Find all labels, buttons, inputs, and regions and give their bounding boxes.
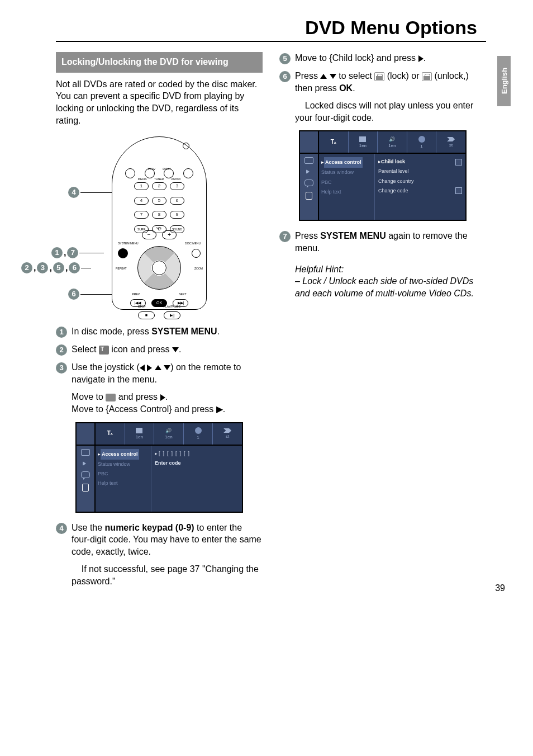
speaker-icon (83, 461, 88, 466)
step-6: 6 Press to select (lock) or (unlock,) th… (279, 70, 486, 94)
osd-detail-item: Change country (378, 177, 462, 186)
play-button: ▶|| (164, 311, 180, 319)
screen-icon (81, 449, 90, 456)
features-icon (81, 471, 90, 478)
vol-down: − (142, 230, 156, 239)
callout-6: 6 (68, 289, 79, 300)
key-4: 4 (134, 197, 149, 205)
osd-detail-item: Child lock (381, 159, 405, 164)
up-arrow-icon (320, 74, 327, 79)
step-3a: Move to and press . Move to {Access Cont… (72, 391, 263, 415)
helpful-hint: Helpful Hint: – Lock / Unlock each side … (295, 263, 486, 300)
tv-icon (359, 136, 366, 142)
key-5: 5 (152, 197, 166, 205)
code-entry-display: ▸[ ][ ][ ][ ] (155, 449, 239, 459)
key-3: 3 (170, 182, 184, 190)
key-1: 1 (134, 182, 149, 190)
callout-4: 4 (68, 187, 79, 198)
lock-open-icon (422, 72, 432, 81)
down-arrow-icon (330, 74, 336, 79)
osd-menu-item: PBC (321, 178, 372, 187)
section-header: Locking/Unlocking the DVD for viewing (56, 52, 263, 73)
features-icon (304, 179, 313, 186)
vol-up: + (162, 230, 177, 239)
lock-closed-icon (455, 159, 462, 166)
step-7: 7 Press SYSTEM MENU again to remove the … (279, 230, 486, 254)
stop-label: STOP (138, 305, 146, 308)
disc-icon (418, 136, 425, 143)
page-number: 39 (495, 583, 505, 593)
callout-3: 3 (37, 262, 48, 273)
osd-menu-item: Status window (321, 168, 372, 177)
speaker-icon (306, 169, 312, 174)
key-7: 7 (134, 211, 149, 219)
osd-detail-item: Change code (378, 186, 408, 196)
screen-icon (304, 157, 313, 164)
osd-detail-item: Parental level (378, 167, 462, 176)
step-2: 2 Select icon and press . (56, 343, 263, 356)
right-arrow-icon (418, 55, 423, 62)
key-9: 9 (170, 211, 184, 219)
remote-body: TV/AV DISC /MEDIA TUNER AUX/DI 123 456 (112, 136, 207, 310)
up-arrow-icon (155, 365, 161, 370)
intro-text: Not all DVDs are rated or coded by the d… (56, 78, 263, 126)
right-arrow-icon (147, 365, 152, 371)
down-arrow-icon (172, 347, 179, 352)
stop-button: ■ (138, 311, 155, 319)
osd-screenshot-2: T▵ 1en 🔊1en 1 st ▸Access (299, 130, 467, 221)
zoom-label: ZOOM (194, 267, 203, 270)
osd-menu-item: Access control (324, 157, 363, 168)
remote-illustration: 4 1, 7 2, 3, 5, 6 6 (56, 136, 263, 312)
page-title: DVD Menu Options (56, 17, 477, 39)
right-arrow-icon (160, 394, 165, 401)
joystick (137, 246, 181, 290)
system-menu-label: SYSTEM MENU (118, 242, 139, 245)
next-label: NEXT (179, 292, 186, 296)
settings-icon (99, 346, 109, 355)
osd-menu-item: Status window (98, 460, 149, 469)
standby-icon (183, 143, 189, 149)
repeat-label: REPEAT (116, 267, 127, 270)
lock-icon (82, 484, 89, 492)
arrow-icon (223, 428, 231, 433)
key-8: 8 (152, 211, 166, 219)
prev-label: PREV (132, 292, 140, 296)
lock-icon (306, 192, 312, 200)
callout-7: 7 (67, 247, 78, 258)
language-tab: English (497, 56, 511, 106)
disc-menu-label: DISC MENU (185, 242, 201, 245)
arrow-icon (447, 137, 455, 141)
osd-menu-item: Access control (101, 449, 139, 460)
key-2: 2 (152, 182, 166, 190)
enter-code-label: Enter code (155, 459, 239, 468)
callout-6a: 6 (69, 262, 80, 273)
osd-menu-item: Help text (98, 479, 149, 488)
osd-menu-item: Help text (321, 187, 372, 197)
tv-icon (136, 428, 142, 433)
osd-menu-item: PBC (98, 469, 149, 479)
step-6a: Locked discs will not play unless you en… (295, 100, 486, 124)
lock-closed-icon (374, 72, 384, 81)
callout-5: 5 (53, 262, 64, 273)
step-3: 3 Use the joystick ( ) on the remote to … (56, 361, 263, 385)
down-arrow-icon (164, 365, 170, 370)
key-6: 6 (170, 197, 184, 205)
osd-screenshot-1: T▵ 1en 🔊1en 1 st ▸Access (75, 422, 243, 513)
disc-icon (195, 427, 202, 434)
playpause-label: PLAY/PAUSE (164, 305, 180, 308)
folder-icon (106, 394, 116, 401)
lock-open-icon (455, 187, 462, 194)
step-1: 1 In disc mode, press SYSTEM MENU. (56, 325, 263, 338)
left-arrow-icon (140, 365, 145, 371)
step-5: 5 Move to {Child lock} and press . (279, 52, 486, 64)
right-column: 5 Move to {Child lock} and press . 6 Pre… (279, 52, 486, 593)
left-column: Locking/Unlocking the DVD for viewing No… (56, 52, 263, 593)
callout-2: 2 (21, 262, 32, 273)
title-rule (56, 41, 486, 42)
callout-1: 1 (51, 247, 63, 258)
vol-label: VOL (112, 226, 206, 230)
step-4: 4 Use the numeric keypad (0-9) to enter … (56, 522, 263, 558)
step-4a: If not successful, see page 37 "Changing… (72, 563, 263, 587)
